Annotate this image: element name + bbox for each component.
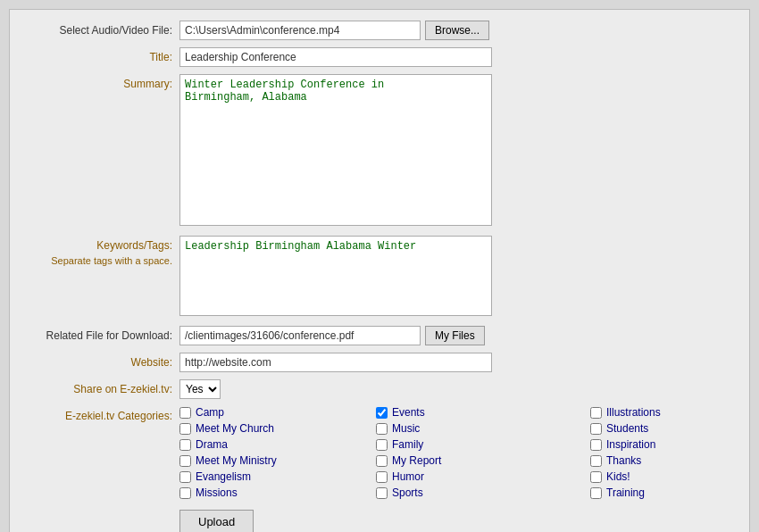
category-illustrations: Illustrations	[590, 406, 759, 419]
category-my-report-checkbox[interactable]	[376, 455, 388, 467]
title-row: Title: Leadership Conference	[19, 47, 740, 67]
upload-form: Select Audio/Video File: C:\Users\Admin\…	[9, 9, 750, 532]
category-training-checkbox[interactable]	[590, 487, 602, 499]
related-file-row: Related File for Download: /clientimages…	[19, 326, 740, 345]
category-my-report-label[interactable]: My Report	[392, 454, 441, 467]
related-file-label: Related File for Download:	[19, 326, 179, 344]
category-training: Training	[590, 486, 759, 499]
keywords-input-area: Leadership Birmingham Alabama Winter	[179, 236, 740, 319]
category-family-label[interactable]: Family	[392, 438, 423, 451]
category-illustrations-checkbox[interactable]	[590, 407, 602, 419]
category-meet-my-church-checkbox[interactable]	[179, 423, 191, 435]
share-row: Share on E-zekiel.tv: Yes No	[19, 379, 740, 399]
share-select[interactable]: Yes No	[179, 379, 221, 399]
category-evangelism-checkbox[interactable]	[179, 471, 191, 483]
title-input[interactable]: Leadership Conference	[179, 47, 492, 67]
category-camp-label[interactable]: Camp	[196, 406, 224, 419]
category-thanks-checkbox[interactable]	[590, 455, 602, 467]
category-meet-my-church-label[interactable]: Meet My Church	[196, 422, 274, 435]
categories-grid: Camp Events Illustrations Meet My Church…	[179, 406, 759, 499]
category-inspiration-label[interactable]: Inspiration	[606, 438, 655, 451]
website-input[interactable]: http://website.com	[179, 353, 492, 372]
title-input-area: Leadership Conference	[179, 47, 740, 67]
category-students-label[interactable]: Students	[606, 422, 648, 435]
category-evangelism: Evangelism	[179, 470, 376, 483]
share-label: Share on E-zekiel.tv:	[19, 379, 179, 397]
category-kids: Kids!	[590, 470, 759, 483]
category-camp: Camp	[179, 406, 376, 419]
keywords-row: Keywords/Tags: Separate tags with a spac…	[19, 236, 740, 319]
category-training-label[interactable]: Training	[606, 486, 645, 499]
website-row: Website: http://website.com	[19, 353, 740, 372]
category-meet-my-church: Meet My Church	[179, 422, 376, 435]
category-music-checkbox[interactable]	[376, 423, 388, 435]
browse-button[interactable]: Browse...	[425, 21, 489, 40]
summary-label: Summary:	[19, 74, 179, 92]
category-humor-checkbox[interactable]	[376, 471, 388, 483]
website-label: Website:	[19, 353, 179, 370]
my-files-button[interactable]: My Files	[425, 326, 485, 345]
category-music-label[interactable]: Music	[392, 422, 420, 435]
category-missions-label[interactable]: Missions	[196, 486, 238, 499]
file-label: Select Audio/Video File:	[19, 21, 179, 38]
category-music: Music	[376, 422, 590, 435]
category-sports: Sports	[376, 486, 590, 499]
category-sports-label[interactable]: Sports	[392, 486, 423, 499]
upload-button[interactable]: Upload	[179, 510, 254, 532]
category-family-checkbox[interactable]	[376, 439, 388, 451]
category-students-checkbox[interactable]	[590, 423, 602, 435]
category-evangelism-label[interactable]: Evangelism	[196, 470, 251, 483]
category-family: Family	[376, 438, 590, 451]
category-kids-label[interactable]: Kids!	[606, 470, 630, 483]
summary-input-area: Winter Leadership Conference in Birmingh…	[179, 74, 740, 229]
category-drama-checkbox[interactable]	[179, 439, 191, 451]
category-events-checkbox[interactable]	[376, 407, 388, 419]
categories-area: Camp Events Illustrations Meet My Church…	[179, 406, 759, 499]
file-row: Select Audio/Video File: C:\Users\Admin\…	[19, 21, 740, 40]
category-meet-my-ministry: Meet My Ministry	[179, 454, 376, 467]
title-label: Title:	[19, 47, 179, 65]
category-missions: Missions	[179, 486, 376, 499]
category-meet-my-ministry-checkbox[interactable]	[179, 455, 191, 467]
category-meet-my-ministry-label[interactable]: Meet My Ministry	[196, 454, 277, 467]
related-file-input-area: /clientimages/31606/conference.pdf My Fi…	[179, 326, 740, 345]
share-control-area: Yes No	[179, 379, 740, 399]
category-missions-checkbox[interactable]	[179, 487, 191, 499]
category-events: Events	[376, 406, 590, 419]
website-input-area: http://website.com	[179, 353, 740, 372]
category-illustrations-label[interactable]: Illustrations	[606, 406, 661, 419]
keywords-textarea[interactable]: Leadership Birmingham Alabama Winter	[179, 236, 492, 316]
category-my-report: My Report	[376, 454, 590, 467]
category-inspiration-checkbox[interactable]	[590, 439, 602, 451]
file-path-input[interactable]: C:\Users\Admin\conference.mp4	[179, 21, 421, 40]
category-humor-label[interactable]: Humor	[392, 470, 424, 483]
file-input-area: C:\Users\Admin\conference.mp4 Browse...	[179, 21, 740, 40]
category-humor: Humor	[376, 470, 590, 483]
categories-label: E-zekiel.tv Categories:	[19, 406, 179, 424]
summary-textarea[interactable]: Winter Leadership Conference in Birmingh…	[179, 74, 492, 226]
category-thanks: Thanks	[590, 454, 759, 467]
category-camp-checkbox[interactable]	[179, 407, 191, 419]
category-students: Students	[590, 422, 759, 435]
category-events-label[interactable]: Events	[392, 406, 425, 419]
category-drama-label[interactable]: Drama	[196, 438, 228, 451]
category-inspiration: Inspiration	[590, 438, 759, 451]
keywords-label: Keywords/Tags: Separate tags with a spac…	[19, 236, 179, 269]
keywords-sub-label: Separate tags with a space.	[51, 255, 172, 266]
keywords-label-main: Keywords/Tags:	[96, 239, 172, 252]
category-thanks-label[interactable]: Thanks	[606, 454, 641, 467]
category-kids-checkbox[interactable]	[590, 471, 602, 483]
category-drama: Drama	[179, 438, 376, 451]
summary-row: Summary: Winter Leadership Conference in…	[19, 74, 740, 229]
upload-row: Upload	[19, 506, 740, 532]
category-sports-checkbox[interactable]	[376, 487, 388, 499]
related-file-input[interactable]: /clientimages/31606/conference.pdf	[179, 326, 421, 345]
categories-row: E-zekiel.tv Categories: Camp Events Illu…	[19, 406, 740, 499]
